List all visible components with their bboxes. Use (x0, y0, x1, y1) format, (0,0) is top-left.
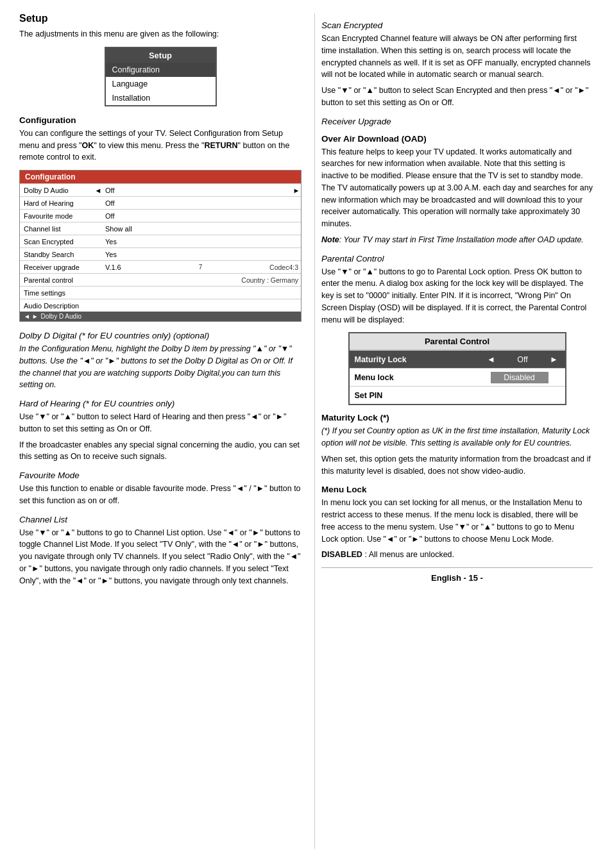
menulock-disabled-text: : All menus are unlocked. (362, 550, 454, 559)
config-value-parental: Country : Germany (103, 275, 301, 285)
config-label-fav: Favourite mode (20, 211, 94, 221)
menulock-heading: Menu Lock (321, 485, 593, 494)
parental-control-box: Parental Control Maturity Lock ◄ Off ► M… (348, 332, 566, 405)
config-label-channel: Channel list (20, 224, 94, 234)
channel-para1: Use "▼" or "▲" buttons to go to Channel … (19, 527, 302, 587)
scan-para1: Scan Encrypted Channel feature will alwa… (321, 33, 593, 81)
hoh-para1: Use "▼" or "▲" button to select Hard of … (19, 411, 302, 435)
menu-lock-value: Disabled (491, 372, 548, 383)
config-value-standby: Yes (103, 249, 292, 260)
config-label-audio: Audio Description (20, 301, 94, 311)
config-label-dolby: Dolby D Audio (20, 185, 94, 196)
config-label-receiver: Receiver upgrade (20, 262, 94, 272)
maturity-note: (*) If you set Country option as UK in t… (321, 425, 593, 449)
configuration-heading: Configuration (19, 115, 302, 125)
maturity-lock-label: Maturity Lock (355, 355, 486, 364)
scan-para2: Use "▼" or "▲" button to select Scan Enc… (321, 85, 593, 109)
setup-menu-item-configuration[interactable]: Configuration (106, 63, 216, 77)
menu-lock-label: Menu lock (355, 373, 479, 382)
config-value-time (103, 292, 301, 294)
maturity-para1: When set, this option gets the maturity … (321, 453, 593, 478)
config-row-time: Time settings (20, 286, 301, 299)
fav-para1: Use this function to enable or disable f… (19, 483, 302, 507)
setup-menu-title: Setup (106, 48, 216, 63)
footer-text: English - 15 - (431, 573, 483, 583)
set-pin-label: Set PIN (355, 391, 560, 400)
fav-heading: Favourite Mode (19, 471, 302, 480)
setup-menu-item-installation[interactable]: Installation (106, 91, 216, 105)
config-row-scan: Scan Encrypted Yes (20, 235, 301, 247)
dolby-arrow-left: ◄ (94, 187, 103, 194)
page-footer: English - 15 - (321, 567, 593, 583)
dolby-heading: Dolby D Digital (* for EU countries only… (19, 331, 302, 340)
config-row-parental: Parental control Country : Germany (20, 273, 301, 286)
config-value-receiver-num: 7 (199, 263, 203, 271)
config-row-standby: Standby Search Yes (20, 247, 301, 260)
config-value-scan: Yes (103, 237, 292, 247)
parental-para1: Use "▼" or "▲" buttons to go to Parental… (321, 266, 593, 326)
hoh-para2: If the broadcaster enables any special s… (19, 439, 302, 463)
config-label-scan: Scan Encrypted (20, 237, 94, 247)
config-value-audio (103, 305, 301, 307)
scan-heading: Scan Encrypted (321, 21, 593, 30)
config-value-hoh: Off (103, 198, 292, 208)
parental-row-setpin: Set PIN (350, 386, 565, 404)
parental-row-maturity: Maturity Lock ◄ Off ► (350, 350, 565, 368)
config-row-hoh: Hard of Hearing Off (20, 196, 301, 209)
parental-heading: Parental Control (321, 254, 593, 263)
maturity-arrow-right: ► (548, 355, 560, 364)
config-value-dolby: Off (103, 185, 292, 196)
menulock-para1: In menu lock you can set locking for all… (321, 497, 593, 545)
maturity-arrow-left: ◄ (486, 355, 497, 364)
parental-box-title: Parental Control (350, 333, 565, 350)
config-row-dolby: Dolby D Audio ◄ Off ► (20, 183, 301, 196)
configuration-intro: You can configure the settings of your T… (19, 128, 302, 163)
config-value-receiver: V.1.6 (103, 262, 199, 272)
setup-menu-item-language[interactable]: Language (106, 77, 216, 91)
config-value-codec: Codec4:3 (205, 262, 301, 272)
config-label-time: Time settings (20, 288, 94, 298)
config-row-channel: Channel list Show all (20, 222, 301, 235)
setup-menu-box: Setup Configuration Language Installatio… (105, 47, 217, 106)
setup-intro: The adjustments in this menu are given a… (19, 28, 302, 40)
oad-note: Note: Your TV may start in First Time In… (321, 234, 593, 246)
config-value-fav: Off (103, 211, 292, 221)
config-label-standby: Standby Search (20, 249, 94, 260)
config-label-parental: Parental control (20, 275, 94, 285)
maturity-heading: Maturity Lock (*) (321, 413, 593, 422)
config-box-title: Configuration (20, 171, 301, 183)
hoh-heading: Hard of Hearing (* for EU countries only… (19, 399, 302, 408)
channel-heading: Channel List (19, 515, 302, 524)
dolby-arrow-right: ► (292, 187, 301, 194)
config-row-fav: Favourite mode Off (20, 209, 301, 222)
oad-para1: This feature helps to keep your TV updat… (321, 146, 593, 230)
maturity-lock-value: Off (497, 355, 548, 364)
menulock-disabled: DISABLED : All menus are unlocked. (321, 549, 593, 561)
config-footer-arrows: ◄ ► (24, 313, 38, 320)
config-row-receiver: Receiver upgrade V.1.6 7 Codec4:3 (20, 260, 301, 273)
receiver-heading: Receiver Upgrade (321, 117, 593, 126)
configuration-box: Configuration Dolby D Audio ◄ Off ► Hard… (19, 170, 302, 322)
config-value-channel: Show all (103, 224, 292, 234)
dolby-para1: In the Configuration Menu, highlight the… (19, 343, 302, 391)
config-label-hoh: Hard of Hearing (20, 198, 94, 208)
setup-heading: Setup (19, 13, 302, 24)
config-footer-label: Dolby D Audio (41, 313, 81, 320)
config-row-audio: Audio Description (20, 299, 301, 312)
parental-row-menulock: Menu lock Disabled (350, 368, 565, 386)
oad-heading: Over Air Download (OAD) (321, 134, 593, 144)
config-footer: ◄ ► Dolby D Audio (20, 312, 301, 321)
